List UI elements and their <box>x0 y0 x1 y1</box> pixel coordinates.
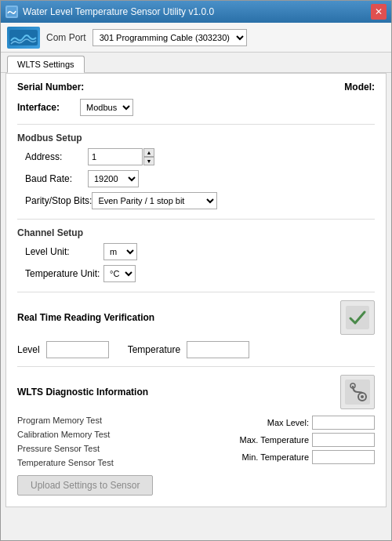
address-input[interactable] <box>88 148 143 165</box>
parity-label: Parity/Stop Bits: <box>17 195 92 206</box>
level-label: Level <box>17 344 40 355</box>
max-temperature-label: Max. Temperature <box>240 435 309 445</box>
min-temperature-label: Min. Temperature <box>242 452 309 462</box>
temp-unit-row: Temperature Unit: °C °F <box>17 265 375 282</box>
modbus-setup-title: Modbus Setup <box>17 133 375 143</box>
diag-section: WLTS Diagnostic Information <box>17 375 375 409</box>
close-button[interactable]: ✕ <box>371 4 387 20</box>
rtv-title: Real Time Reading Verification <box>17 312 340 323</box>
serial-number-label: Serial Number: <box>17 82 84 93</box>
channel-setup-title: Channel Setup <box>17 227 375 238</box>
temp-unit-select[interactable]: °C °F <box>103 265 136 282</box>
interface-select[interactable]: Modbus <box>80 99 133 116</box>
address-input-wrap: ▲ ▼ <box>88 148 154 165</box>
temperature-sensor-test: Temperature Sensor Test <box>17 458 196 467</box>
diag-icon[interactable] <box>340 375 375 409</box>
baud-rate-select[interactable]: 9600 19200 38400 57600 115200 <box>88 170 139 187</box>
temperature-value-input[interactable] <box>187 341 249 358</box>
diag-grid: Program Memory Test Calibration Memory T… <box>17 416 375 467</box>
modbus-setup-section: Modbus Setup Address: ▲ ▼ Baud Rate: 960… <box>17 133 375 209</box>
serial-model-row: Serial Number: Model: <box>17 82 375 93</box>
max-temperature-input[interactable] <box>312 433 375 447</box>
min-temp-row: Min. Temperature <box>196 450 375 464</box>
com-port-label: Com Port <box>46 32 86 43</box>
level-unit-select[interactable]: m ft cm <box>103 243 137 260</box>
rtv-icon-button[interactable] <box>340 300 375 335</box>
divider-4 <box>17 366 375 367</box>
window-title: Water Level Temperature Sensor Utility v… <box>23 6 214 17</box>
title-bar: Water Level Temperature Sensor Utility v… <box>1 1 391 23</box>
temp-unit-label: Temperature Unit: <box>17 268 103 279</box>
diag-title: WLTS Diagnostic Information <box>17 387 340 398</box>
level-unit-label: Level Unit: <box>17 246 103 257</box>
level-unit-row: Level Unit: m ft cm <box>17 243 375 260</box>
program-memory-test: Program Memory Test <box>17 416 196 425</box>
com-port-select[interactable]: 301 Programming Cable (303230) <box>93 29 247 46</box>
interface-label: Interface: <box>17 102 80 113</box>
divider-3 <box>17 292 375 292</box>
pressure-sensor-test: Pressure Sensor Test <box>17 444 196 453</box>
upload-button[interactable]: Upload Settings to Sensor <box>17 475 153 496</box>
tab-bar: WLTS Settings <box>1 53 391 73</box>
app-icon <box>5 5 18 18</box>
address-row: Address: ▲ ▼ <box>17 148 375 165</box>
tab-wlts-settings[interactable]: WLTS Settings <box>7 56 85 73</box>
main-window: Water Level Temperature Sensor Utility v… <box>0 0 392 541</box>
baud-rate-row: Baud Rate: 9600 19200 38400 57600 115200 <box>17 170 375 187</box>
svg-point-6 <box>361 395 364 398</box>
level-temp-row: Level Temperature <box>17 341 375 358</box>
calibration-memory-test: Calibration Memory Test <box>17 430 196 439</box>
rtv-section: Real Time Reading Verification <box>17 300 375 335</box>
max-level-label: Max Level: <box>267 418 309 427</box>
temperature-label: Temperature <box>128 344 180 355</box>
model-label: Model: <box>344 82 375 93</box>
address-spin: ▲ ▼ <box>143 148 154 165</box>
max-level-input[interactable] <box>312 416 375 430</box>
address-spin-up[interactable]: ▲ <box>143 148 154 157</box>
max-temp-row: Max. Temperature <box>196 433 375 447</box>
max-level-row: Max Level: <box>196 416 375 430</box>
parity-select[interactable]: Even Parity / 1 stop bit Odd Parity / 1 … <box>92 192 217 209</box>
diag-tests: Program Memory Test Calibration Memory T… <box>17 416 196 467</box>
toolbar: Com Port 301 Programming Cable (303230) <box>1 23 391 53</box>
level-value-input[interactable] <box>46 341 109 358</box>
logo <box>7 27 40 49</box>
interface-row: Interface: Modbus <box>17 99 375 116</box>
svg-rect-2 <box>346 306 369 329</box>
channel-setup-section: Channel Setup Level Unit: m ft cm Temper… <box>17 227 375 282</box>
baud-rate-label: Baud Rate: <box>17 173 88 184</box>
divider-2 <box>17 219 375 220</box>
min-temperature-input[interactable] <box>312 450 375 464</box>
title-bar-left: Water Level Temperature Sensor Utility v… <box>5 5 214 18</box>
diag-values: Max Level: Max. Temperature Min. Tempera… <box>196 416 375 467</box>
parity-row: Parity/Stop Bits: Even Parity / 1 stop b… <box>17 192 375 209</box>
divider-1 <box>17 124 375 125</box>
address-label: Address: <box>17 151 88 162</box>
address-spin-down[interactable]: ▼ <box>143 157 154 165</box>
main-content: Serial Number: Model: Interface: Modbus … <box>5 73 387 507</box>
